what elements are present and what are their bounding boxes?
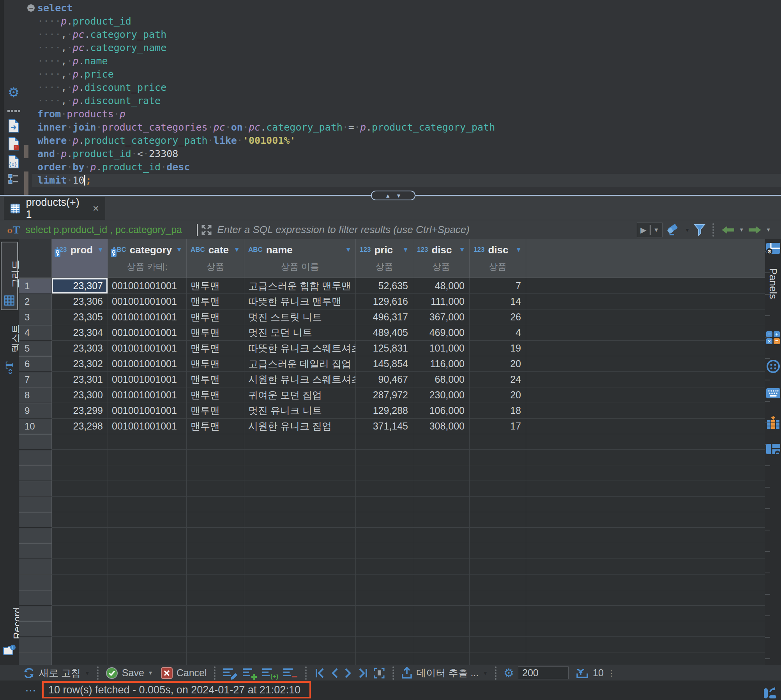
grid-cell[interactable]: 469,000 bbox=[413, 325, 470, 341]
grid-cell[interactable] bbox=[470, 590, 526, 606]
nav-back-arrow-icon[interactable] bbox=[721, 225, 735, 235]
grid-cell[interactable]: 멋진 모던 니트 bbox=[244, 325, 356, 341]
column-header-category-1[interactable]: ABCcategory▼상품 카테: bbox=[108, 239, 187, 278]
grid-cell[interactable]: 308,000 bbox=[413, 419, 470, 434]
grid-cell[interactable] bbox=[413, 543, 470, 559]
value-viewer-icon[interactable] bbox=[766, 359, 781, 373]
cancel-button[interactable]: Cancel bbox=[177, 667, 207, 679]
grid-cell[interactable]: 23,298 bbox=[52, 419, 108, 434]
grid-cell[interactable]: 52,635 bbox=[356, 278, 413, 294]
refresh-icon[interactable] bbox=[23, 667, 35, 679]
grid-cell[interactable]: 129,616 bbox=[356, 294, 413, 309]
column-sort-dropdown-icon[interactable]: ▼ bbox=[343, 246, 352, 254]
grid-cell[interactable] bbox=[356, 574, 413, 590]
grid-cell[interactable] bbox=[108, 465, 187, 481]
row-number[interactable] bbox=[19, 590, 52, 606]
grid-cell[interactable] bbox=[52, 465, 108, 481]
row-number[interactable] bbox=[19, 652, 52, 665]
grid-cell[interactable]: 68,000 bbox=[413, 372, 470, 387]
code-line[interactable]: limit·10; bbox=[32, 174, 781, 187]
grid-cell[interactable] bbox=[108, 497, 187, 512]
grid-cell[interactable] bbox=[52, 512, 108, 528]
grid-cell[interactable] bbox=[413, 606, 470, 621]
grid-cell[interactable]: 001001001001 bbox=[108, 372, 187, 387]
grid-cell[interactable] bbox=[108, 574, 187, 590]
row-number[interactable] bbox=[19, 465, 52, 481]
grid-cell[interactable] bbox=[52, 559, 108, 574]
code-line[interactable]: ····,·p.name bbox=[37, 55, 781, 68]
grid-cell[interactable] bbox=[108, 652, 187, 665]
column-header-name-3[interactable]: ABCname▼상품 이름 bbox=[244, 239, 356, 278]
grid-cell[interactable] bbox=[413, 590, 470, 606]
grid-cell[interactable]: 맨투맨 bbox=[187, 372, 244, 387]
prev-page-icon[interactable] bbox=[329, 667, 339, 679]
status-handle-icon[interactable]: ··· bbox=[26, 686, 37, 696]
grid-cell[interactable] bbox=[52, 434, 108, 450]
grid-cell[interactable] bbox=[470, 450, 526, 465]
tab-products[interactable]: products(+) 1 × bbox=[4, 197, 105, 220]
fetch-size-input[interactable] bbox=[518, 666, 569, 679]
grid-cell[interactable]: 125,831 bbox=[356, 341, 413, 356]
grid-cell[interactable] bbox=[52, 481, 108, 497]
filter-history-caret-icon[interactable]: ▼ bbox=[654, 226, 659, 233]
grid-cell[interactable] bbox=[413, 481, 470, 497]
grid-cell[interactable] bbox=[244, 574, 356, 590]
grid-cell[interactable]: 맨투맨 bbox=[187, 294, 244, 309]
next-page-icon[interactable] bbox=[343, 667, 353, 679]
grid-cell[interactable] bbox=[108, 590, 187, 606]
grid-cell[interactable]: 14 bbox=[470, 294, 526, 309]
grid-cell[interactable]: 489,405 bbox=[356, 325, 413, 341]
grid-cell[interactable]: 129,288 bbox=[356, 403, 413, 419]
result-grid[interactable]: 123prod▼ABCcategory▼상품 카테:ABCcate▼상품ABCn… bbox=[19, 239, 765, 665]
column-header-disc-5[interactable]: 123disc▼상품 bbox=[413, 239, 470, 278]
grid-cell[interactable] bbox=[244, 543, 356, 559]
column-header-prod-0[interactable]: 123prod▼ bbox=[52, 239, 108, 278]
row-number[interactable]: 6 bbox=[19, 356, 52, 372]
row-number[interactable] bbox=[19, 528, 52, 543]
grid-cell[interactable] bbox=[244, 606, 356, 621]
grid-cell[interactable] bbox=[187, 621, 244, 637]
grid-cell[interactable] bbox=[108, 606, 187, 621]
grid-cell[interactable] bbox=[108, 543, 187, 559]
grid-cell[interactable] bbox=[356, 434, 413, 450]
column-sort-dropdown-icon[interactable]: ▼ bbox=[173, 246, 182, 254]
grid-cell[interactable] bbox=[470, 606, 526, 621]
grid-cell[interactable]: 23,305 bbox=[52, 309, 108, 325]
grid-cell[interactable]: 90,467 bbox=[356, 372, 413, 387]
grid-cell[interactable] bbox=[356, 621, 413, 637]
row-number[interactable] bbox=[19, 637, 52, 652]
collapse-up-icon[interactable]: ▲ bbox=[385, 193, 390, 199]
grid-cell[interactable]: 116,000 bbox=[413, 356, 470, 372]
grid-cell[interactable]: 001001001001 bbox=[108, 403, 187, 419]
collapse-down-icon[interactable]: ▼ bbox=[396, 193, 401, 199]
grid-cell[interactable]: 48,000 bbox=[413, 278, 470, 294]
grid-cell[interactable]: 23,306 bbox=[52, 294, 108, 309]
row-number[interactable] bbox=[19, 450, 52, 465]
column-header-cate-2[interactable]: ABCcate▼상품 bbox=[187, 239, 244, 278]
duplicate-row-icon[interactable]: (+) bbox=[262, 666, 279, 680]
grid-cell[interactable]: 367,000 bbox=[413, 309, 470, 325]
code-line[interactable]: and·p.product_id·<·23308 bbox=[37, 147, 781, 161]
grid-cell[interactable] bbox=[52, 497, 108, 512]
grid-cell[interactable]: 귀여운 모던 집업 bbox=[244, 387, 356, 403]
tab-grid-view[interactable]: 그리드 bbox=[1, 242, 18, 310]
grid-cell[interactable]: 고급스러운 힙합 맨투맨 bbox=[244, 278, 356, 294]
save-caret-icon[interactable]: ▼ bbox=[148, 670, 153, 676]
edit-cell-icon[interactable] bbox=[223, 666, 238, 680]
column-header-disc-6[interactable]: 123disc▼상품 bbox=[470, 239, 526, 278]
tab-close-icon[interactable]: × bbox=[93, 202, 99, 215]
expand-filter-icon[interactable] bbox=[201, 224, 212, 236]
column-sort-dropdown-icon[interactable]: ▼ bbox=[95, 246, 104, 254]
grid-cell[interactable] bbox=[244, 434, 356, 450]
grid-cell[interactable] bbox=[356, 590, 413, 606]
grid-cell[interactable]: 4 bbox=[470, 325, 526, 341]
grid-cell[interactable] bbox=[108, 559, 187, 574]
grid-cell[interactable] bbox=[108, 637, 187, 652]
column-value-filter-icon[interactable] bbox=[766, 415, 781, 430]
grid-cell[interactable]: 001001001001 bbox=[108, 387, 187, 403]
grid-cell[interactable] bbox=[187, 434, 244, 450]
row-number[interactable]: 1 bbox=[19, 278, 52, 294]
grid-cell[interactable] bbox=[52, 637, 108, 652]
nav-forward-arrow-icon[interactable] bbox=[748, 225, 762, 235]
code-line[interactable]: −select bbox=[37, 2, 781, 15]
